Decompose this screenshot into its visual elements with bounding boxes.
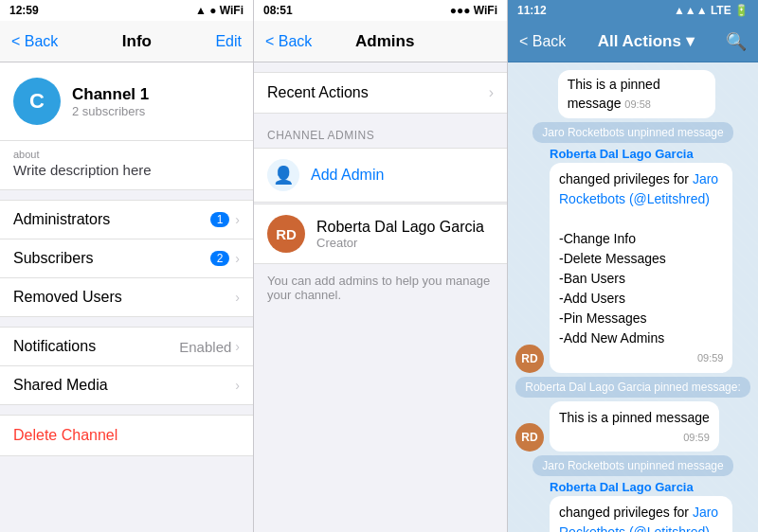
chat-row-3: RD Roberta Dal Lago Garcia changed privi…: [515, 480, 750, 532]
msg-time-2: 09:59: [559, 430, 710, 446]
chat-content-1: Roberta Dal Lago Garcia changed privileg…: [550, 147, 732, 373]
removed-users-chevron: ›: [235, 290, 240, 305]
left-title: Info: [122, 32, 152, 51]
admin-name: Roberta Dal Lago Garcia: [316, 219, 484, 236]
system-msg-3: Jaro Rocketbots unpinned message: [515, 455, 750, 476]
msg-text-3: changed privileges for Jaro Rocketbots (…: [550, 496, 732, 532]
left-signal: ▲ ● WiFi: [195, 4, 244, 17]
about-section: about Write description here: [0, 141, 253, 190]
about-text: Write description here: [13, 162, 240, 178]
mid-title: Admins: [355, 32, 414, 51]
channel-avatar: C: [13, 78, 61, 125]
add-admin-row[interactable]: 👤 Add Admin: [254, 148, 507, 203]
shared-media-row[interactable]: Shared Media ›: [0, 366, 253, 404]
recent-actions-row[interactable]: Recent Actions ›: [254, 72, 507, 114]
help-text: You can add admins to help you manage yo…: [254, 264, 507, 311]
pinned-bubble: This is a pinned message 09:58: [558, 70, 716, 118]
system-bubble-1: Jaro Rocketbots unpinned message: [532, 122, 732, 143]
chat-content-3: Roberta Dal Lago Garcia changed privileg…: [550, 480, 732, 532]
chat-avatar-1: RD: [515, 345, 544, 373]
shared-media-label: Shared Media: [13, 377, 235, 394]
notifications-row[interactable]: Notifications Enabled ›: [0, 328, 253, 366]
delete-channel-button[interactable]: Delete Channel: [13, 427, 117, 443]
pinned-time: 09:58: [624, 98, 651, 110]
channel-admins-header: CHANNEL ADMINS: [254, 114, 507, 148]
system-msg-1: Jaro Rocketbots unpinned message: [515, 122, 750, 143]
subscribers-row[interactable]: Subscribers 2 ›: [0, 239, 253, 278]
notifications-label: Notifications: [13, 338, 179, 355]
left-panel: 12:59 ▲ ● WiFi < Back Info Edit C Channe…: [0, 0, 254, 532]
admin-row[interactable]: RD Roberta Dal Lago Garcia Creator: [254, 204, 507, 264]
msg-text-2: This is a pinned message 09:59: [550, 401, 719, 452]
subscribers-label: Subscribers: [13, 250, 210, 267]
left-nav-bar: < Back Info Edit: [0, 21, 253, 62]
subscribers-badge: 2: [210, 251, 230, 266]
chat-area[interactable]: This is a pinned message 09:58 Jaro Rock…: [508, 62, 758, 532]
add-admin-icon: 👤: [267, 159, 299, 191]
right-panel: 11:12 ▲▲▲ LTE 🔋 < Back All Actions ▾ 🔍 T…: [508, 0, 758, 532]
subscribers-chevron: ›: [235, 251, 240, 266]
pinned-msg-wrapper: This is a pinned message 09:58: [515, 70, 750, 118]
mid-signal: ●●● WiFi: [450, 4, 497, 17]
removed-users-row[interactable]: Removed Users ›: [0, 278, 253, 316]
system-bubble-2: Roberta Dal Lago Garcia pinned message:: [515, 377, 749, 398]
administrators-chevron: ›: [235, 212, 240, 227]
channel-subscribers: 2 subscribers: [72, 104, 149, 118]
system-bubble-3: Jaro Rocketbots unpinned message: [532, 455, 732, 476]
left-back-button[interactable]: < Back: [11, 33, 58, 50]
left-time: 12:59: [9, 4, 39, 17]
right-back-button[interactable]: < Back: [519, 33, 566, 50]
admin-info: Roberta Dal Lago Garcia Creator: [316, 219, 484, 250]
mid-time: 08:51: [263, 4, 293, 17]
delete-section[interactable]: Delete Channel: [0, 415, 253, 456]
link-1: Jaro Rocketbots (@Letitshred): [559, 171, 718, 206]
notifications-value: Enabled: [179, 339, 231, 355]
right-nav-bar: < Back All Actions ▾ 🔍: [508, 21, 758, 62]
chat-row-2: RD This is a pinned message 09:59: [515, 401, 750, 452]
about-label: about: [13, 149, 240, 160]
notifications-chevron: ›: [235, 339, 240, 354]
right-time: 11:12: [517, 4, 547, 17]
mid-back-button[interactable]: < Back: [265, 33, 312, 50]
link-3: Jaro Rocketbots (@Letitshred): [559, 505, 718, 532]
mid-status-bar: 08:51 ●●● WiFi: [254, 0, 507, 21]
right-status-bar: 11:12 ▲▲▲ LTE 🔋: [508, 0, 758, 21]
recent-actions-chevron: ›: [489, 84, 494, 101]
left-status-bar: 12:59 ▲ ● WiFi: [0, 0, 253, 21]
msg-text-1: changed privileges for Jaro Rocketbots (…: [550, 163, 732, 373]
sender-name-1: Roberta Dal Lago Garcia: [550, 147, 732, 161]
sender-name-3: Roberta Dal Lago Garcia: [550, 480, 732, 494]
chat-content-2: This is a pinned message 09:59: [550, 401, 719, 452]
channel-info: Channel 1 2 subscribers: [72, 85, 149, 118]
left-edit-button[interactable]: Edit: [215, 33, 242, 50]
mid-panel: 08:51 ●●● WiFi < Back Admins Recent Acti…: [254, 0, 508, 532]
add-admin-label: Add Admin: [311, 167, 384, 184]
chat-row-1: RD Roberta Dal Lago Garcia changed privi…: [515, 147, 750, 373]
admin-avatar: RD: [267, 215, 305, 253]
notifications-group: Notifications Enabled › Shared Media ›: [0, 327, 253, 405]
system-msg-2: Roberta Dal Lago Garcia pinned message:: [515, 377, 750, 398]
right-title: All Actions ▾: [598, 31, 695, 51]
channel-header: C Channel 1 2 subscribers: [0, 62, 253, 141]
shared-media-chevron: ›: [235, 378, 240, 393]
search-icon[interactable]: 🔍: [726, 31, 747, 52]
settings-group: Administrators 1 › Subscribers 2 › Remov…: [0, 200, 253, 317]
administrators-label: Administrators: [13, 211, 210, 228]
channel-name: Channel 1: [72, 85, 149, 104]
chat-avatar-2: RD: [515, 423, 544, 452]
mid-nav-bar: < Back Admins: [254, 21, 507, 62]
removed-users-label: Removed Users: [13, 289, 235, 306]
msg-time-1: 09:59: [559, 350, 723, 366]
admin-role: Creator: [316, 236, 484, 250]
administrators-row[interactable]: Administrators 1 ›: [0, 201, 253, 239]
recent-actions-label: Recent Actions: [267, 84, 489, 101]
right-signal: ▲▲▲ LTE 🔋: [674, 4, 749, 17]
administrators-badge: 1: [210, 212, 230, 227]
